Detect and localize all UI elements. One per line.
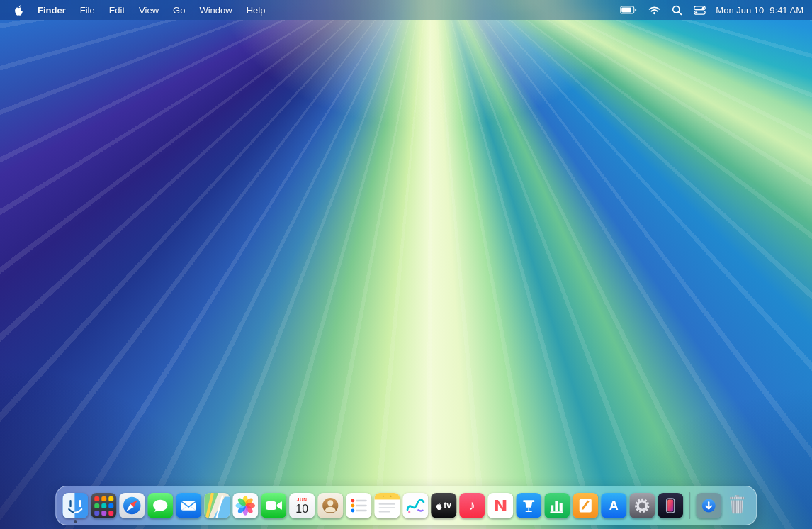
dock-item-reminders[interactable] bbox=[346, 493, 371, 518]
dock-item-numbers[interactable] bbox=[544, 493, 570, 518]
dock-item-downloads[interactable] bbox=[696, 493, 721, 518]
dock-item-trash[interactable] bbox=[724, 493, 750, 518]
dock-item-notes[interactable] bbox=[374, 493, 400, 518]
dock-item-launchpad[interactable] bbox=[91, 493, 116, 518]
messages-bubble-icon bbox=[147, 493, 173, 518]
menu-bar: Finder File Edit View Go Window Help bbox=[0, 0, 812, 20]
clock-time: 9:41 AM bbox=[769, 5, 803, 16]
music-note-icon: ♪ bbox=[469, 499, 476, 512]
iphone-mirroring-icon bbox=[658, 493, 683, 518]
dock-item-contacts[interactable] bbox=[317, 493, 343, 518]
dock-item-calendar[interactable]: JUN 10 bbox=[289, 493, 315, 518]
desktop-wallpaper bbox=[0, 0, 812, 529]
dock-item-finder[interactable] bbox=[62, 493, 88, 518]
launchpad-grid-icon bbox=[94, 496, 99, 501]
finder-face-icon bbox=[62, 493, 88, 518]
facetime-camera-icon bbox=[261, 493, 286, 518]
app-store-a-icon: A bbox=[609, 499, 619, 512]
freeform-scribble-icon bbox=[402, 493, 428, 518]
photos-pinwheel-icon bbox=[232, 493, 258, 518]
dock-item-pages[interactable] bbox=[573, 493, 598, 518]
dock: JUN 10 bbox=[55, 486, 757, 525]
dock-item-news[interactable] bbox=[487, 493, 513, 518]
downloads-arrow-icon bbox=[696, 493, 721, 518]
numbers-barchart-icon bbox=[544, 493, 570, 518]
running-indicator bbox=[74, 520, 77, 523]
notes-notepad-icon bbox=[374, 493, 400, 518]
menu-finder[interactable]: Finder bbox=[30, 0, 73, 20]
pages-pen-icon bbox=[573, 493, 598, 518]
apple-menu[interactable] bbox=[7, 0, 30, 20]
keynote-podium-icon bbox=[516, 493, 541, 518]
calendar-month-label: JUN bbox=[297, 498, 308, 503]
battery-icon[interactable] bbox=[614, 0, 643, 20]
dock-item-music[interactable]: ♪ bbox=[459, 493, 485, 518]
trash-can-icon bbox=[724, 493, 750, 518]
dock-item-app-store[interactable]: A bbox=[601, 493, 626, 518]
mail-envelope-icon bbox=[176, 493, 201, 518]
tv-label: tv bbox=[444, 501, 451, 510]
dock-item-tv[interactable]: tv bbox=[431, 493, 456, 518]
apple-tv-logo-icon bbox=[436, 502, 443, 510]
dock-separator bbox=[689, 492, 690, 519]
apple-logo-icon bbox=[14, 4, 23, 16]
dock-item-keynote[interactable] bbox=[516, 493, 541, 518]
menu-window[interactable]: Window bbox=[192, 0, 239, 20]
dock-item-messages[interactable] bbox=[147, 493, 173, 518]
calendar-day-label: 10 bbox=[295, 503, 308, 515]
settings-gear-icon bbox=[629, 493, 655, 518]
dock-item-mail[interactable] bbox=[176, 493, 201, 518]
dock-item-photos[interactable] bbox=[232, 493, 258, 518]
menu-edit[interactable]: Edit bbox=[102, 0, 132, 20]
menu-file[interactable]: File bbox=[73, 0, 102, 20]
menu-bar-right: Mon Jun 10 9:41 AM bbox=[614, 0, 812, 20]
dock-item-iphone-mirroring[interactable] bbox=[658, 493, 683, 518]
dock-item-maps[interactable] bbox=[204, 493, 230, 518]
menu-go[interactable]: Go bbox=[166, 0, 192, 20]
spotlight-search-icon[interactable] bbox=[666, 0, 688, 20]
dock-item-system-settings[interactable] bbox=[629, 493, 655, 518]
clock-date: Mon Jun 10 bbox=[716, 5, 764, 16]
menu-bar-left: Finder File Edit View Go Window Help bbox=[0, 0, 272, 20]
menu-bar-clock[interactable]: Mon Jun 10 9:41 AM bbox=[711, 5, 803, 16]
dock-item-facetime[interactable] bbox=[261, 493, 286, 518]
wifi-icon[interactable] bbox=[643, 0, 666, 20]
dock-item-freeform[interactable] bbox=[402, 493, 428, 518]
maps-icon bbox=[204, 493, 230, 518]
news-n-icon bbox=[487, 493, 513, 518]
contacts-silhouette-icon bbox=[317, 493, 343, 518]
safari-compass-icon bbox=[119, 493, 145, 518]
control-center-icon[interactable] bbox=[688, 0, 711, 20]
reminders-list-icon bbox=[346, 493, 371, 518]
menu-view[interactable]: View bbox=[132, 0, 166, 20]
menu-help[interactable]: Help bbox=[239, 0, 273, 20]
dock-item-safari[interactable] bbox=[119, 493, 145, 518]
